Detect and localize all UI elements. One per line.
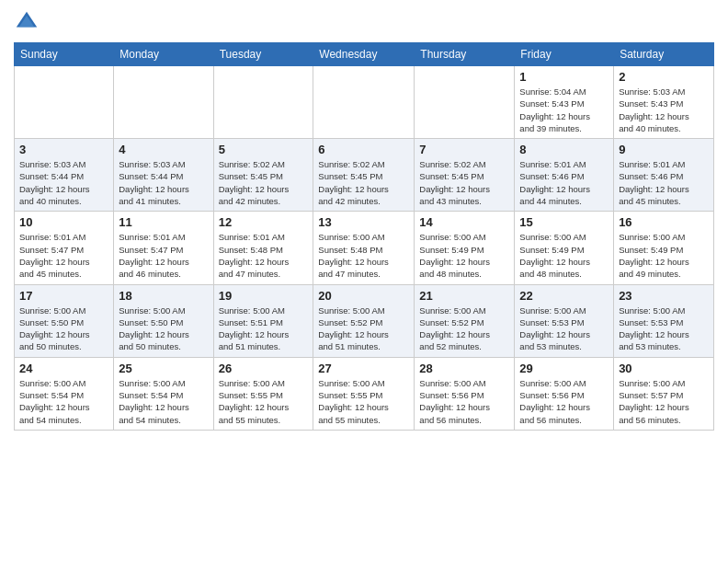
header: [14, 9, 714, 35]
day-number: 28: [419, 362, 509, 375]
day-number: 25: [119, 362, 208, 375]
calendar-cell: 4Sunrise: 5:03 AM Sunset: 5:44 PM Daylig…: [114, 139, 213, 212]
day-number: 2: [619, 70, 709, 84]
calendar-cell: [313, 66, 415, 139]
calendar-cell: 11Sunrise: 5:01 AM Sunset: 5:47 PM Dayli…: [114, 212, 213, 284]
calendar-week-row: 10Sunrise: 5:01 AM Sunset: 5:47 PM Dayli…: [15, 212, 714, 284]
calendar-cell: 25Sunrise: 5:00 AM Sunset: 5:54 PM Dayli…: [114, 357, 213, 430]
calendar-cell: [15, 66, 114, 139]
weekday-header: Monday: [114, 43, 213, 66]
calendar-cell: 12Sunrise: 5:01 AM Sunset: 5:48 PM Dayli…: [213, 212, 313, 284]
day-info: Sunrise: 5:01 AM Sunset: 5:47 PM Dayligh…: [19, 231, 108, 280]
calendar-cell: 9Sunrise: 5:01 AM Sunset: 5:46 PM Daylig…: [614, 139, 714, 212]
calendar-week-row: 1Sunrise: 5:04 AM Sunset: 5:43 PM Daylig…: [15, 66, 714, 139]
day-number: 5: [219, 143, 309, 156]
calendar-cell: [114, 66, 213, 139]
day-info: Sunrise: 5:00 AM Sunset: 5:51 PM Dayligh…: [219, 304, 309, 353]
calendar-cell: 13Sunrise: 5:00 AM Sunset: 5:48 PM Dayli…: [313, 212, 415, 284]
calendar-cell: 29Sunrise: 5:00 AM Sunset: 5:56 PM Dayli…: [515, 357, 614, 430]
calendar-cell: 15Sunrise: 5:00 AM Sunset: 5:49 PM Dayli…: [515, 212, 614, 284]
day-number: 27: [318, 362, 409, 375]
logo: [14, 9, 43, 35]
day-number: 14: [419, 215, 509, 229]
weekday-header: Tuesday: [213, 43, 313, 66]
day-info: Sunrise: 5:00 AM Sunset: 5:48 PM Dayligh…: [318, 231, 409, 280]
day-info: Sunrise: 5:03 AM Sunset: 5:44 PM Dayligh…: [19, 158, 108, 207]
day-number: 1: [519, 70, 609, 84]
day-info: Sunrise: 5:01 AM Sunset: 5:46 PM Dayligh…: [519, 158, 609, 207]
weekday-header-row: SundayMondayTuesdayWednesdayThursdayFrid…: [15, 43, 714, 66]
calendar-week-row: 17Sunrise: 5:00 AM Sunset: 5:50 PM Dayli…: [15, 284, 714, 357]
calendar-cell: 23Sunrise: 5:00 AM Sunset: 5:53 PM Dayli…: [614, 284, 714, 357]
calendar-cell: 24Sunrise: 5:00 AM Sunset: 5:54 PM Dayli…: [15, 357, 114, 430]
day-info: Sunrise: 5:00 AM Sunset: 5:53 PM Dayligh…: [519, 304, 609, 353]
day-info: Sunrise: 5:00 AM Sunset: 5:49 PM Dayligh…: [519, 231, 609, 280]
calendar-cell: 2Sunrise: 5:03 AM Sunset: 5:43 PM Daylig…: [614, 66, 714, 139]
calendar-week-row: 3Sunrise: 5:03 AM Sunset: 5:44 PM Daylig…: [15, 139, 714, 212]
day-number: 17: [19, 289, 108, 303]
calendar-cell: 14Sunrise: 5:00 AM Sunset: 5:49 PM Dayli…: [415, 212, 515, 284]
calendar-cell: 18Sunrise: 5:00 AM Sunset: 5:50 PM Dayli…: [114, 284, 213, 357]
day-number: 30: [619, 362, 709, 375]
day-info: Sunrise: 5:02 AM Sunset: 5:45 PM Dayligh…: [219, 158, 309, 207]
calendar-cell: 28Sunrise: 5:00 AM Sunset: 5:56 PM Dayli…: [415, 357, 515, 430]
day-info: Sunrise: 5:00 AM Sunset: 5:57 PM Dayligh…: [619, 377, 709, 426]
calendar-cell: [415, 66, 515, 139]
day-info: Sunrise: 5:02 AM Sunset: 5:45 PM Dayligh…: [419, 158, 509, 207]
weekday-header: Sunday: [15, 43, 114, 66]
day-number: 22: [519, 289, 609, 303]
calendar-cell: 22Sunrise: 5:00 AM Sunset: 5:53 PM Dayli…: [515, 284, 614, 357]
weekday-header: Saturday: [614, 43, 714, 66]
day-number: 12: [219, 215, 309, 229]
calendar-cell: 7Sunrise: 5:02 AM Sunset: 5:45 PM Daylig…: [415, 139, 515, 212]
calendar-cell: 30Sunrise: 5:00 AM Sunset: 5:57 PM Dayli…: [614, 357, 714, 430]
day-info: Sunrise: 5:00 AM Sunset: 5:54 PM Dayligh…: [19, 377, 108, 426]
day-info: Sunrise: 5:00 AM Sunset: 5:50 PM Dayligh…: [19, 304, 108, 353]
page: SundayMondayTuesdayWednesdayThursdayFrid…: [0, 0, 728, 563]
day-number: 23: [619, 289, 709, 303]
day-number: 26: [219, 362, 309, 375]
calendar-cell: 10Sunrise: 5:01 AM Sunset: 5:47 PM Dayli…: [15, 212, 114, 284]
calendar-cell: 16Sunrise: 5:00 AM Sunset: 5:49 PM Dayli…: [614, 212, 714, 284]
calendar-cell: [213, 66, 313, 139]
calendar-cell: 5Sunrise: 5:02 AM Sunset: 5:45 PM Daylig…: [213, 139, 313, 212]
calendar-cell: 1Sunrise: 5:04 AM Sunset: 5:43 PM Daylig…: [515, 66, 614, 139]
calendar-week-row: 24Sunrise: 5:00 AM Sunset: 5:54 PM Dayli…: [15, 357, 714, 430]
day-number: 20: [318, 289, 409, 303]
day-number: 16: [619, 215, 709, 229]
day-info: Sunrise: 5:00 AM Sunset: 5:49 PM Dayligh…: [619, 231, 709, 280]
weekday-header: Thursday: [415, 43, 515, 66]
day-info: Sunrise: 5:00 AM Sunset: 5:49 PM Dayligh…: [419, 231, 509, 280]
day-number: 15: [519, 215, 609, 229]
day-number: 11: [119, 215, 208, 229]
day-info: Sunrise: 5:00 AM Sunset: 5:54 PM Dayligh…: [119, 377, 208, 426]
day-info: Sunrise: 5:01 AM Sunset: 5:47 PM Dayligh…: [119, 231, 208, 280]
day-info: Sunrise: 5:00 AM Sunset: 5:53 PM Dayligh…: [619, 304, 709, 353]
day-info: Sunrise: 5:00 AM Sunset: 5:50 PM Dayligh…: [119, 304, 208, 353]
day-info: Sunrise: 5:00 AM Sunset: 5:55 PM Dayligh…: [318, 377, 409, 426]
calendar-cell: 6Sunrise: 5:02 AM Sunset: 5:45 PM Daylig…: [313, 139, 415, 212]
day-info: Sunrise: 5:00 AM Sunset: 5:56 PM Dayligh…: [419, 377, 509, 426]
day-number: 21: [419, 289, 509, 303]
weekday-header: Friday: [515, 43, 614, 66]
calendar-cell: 17Sunrise: 5:00 AM Sunset: 5:50 PM Dayli…: [15, 284, 114, 357]
calendar: SundayMondayTuesdayWednesdayThursdayFrid…: [14, 42, 714, 431]
calendar-cell: 21Sunrise: 5:00 AM Sunset: 5:52 PM Dayli…: [415, 284, 515, 357]
day-number: 24: [19, 362, 108, 375]
day-info: Sunrise: 5:00 AM Sunset: 5:56 PM Dayligh…: [519, 377, 609, 426]
day-info: Sunrise: 5:03 AM Sunset: 5:44 PM Dayligh…: [119, 158, 208, 207]
day-number: 7: [419, 143, 509, 156]
day-number: 19: [219, 289, 309, 303]
calendar-cell: 3Sunrise: 5:03 AM Sunset: 5:44 PM Daylig…: [15, 139, 114, 212]
logo-icon: [14, 9, 40, 35]
weekday-header: Wednesday: [313, 43, 415, 66]
calendar-cell: 19Sunrise: 5:00 AM Sunset: 5:51 PM Dayli…: [213, 284, 313, 357]
day-number: 4: [119, 143, 208, 156]
day-info: Sunrise: 5:02 AM Sunset: 5:45 PM Dayligh…: [318, 158, 409, 207]
day-info: Sunrise: 5:01 AM Sunset: 5:48 PM Dayligh…: [219, 231, 309, 280]
day-info: Sunrise: 5:00 AM Sunset: 5:55 PM Dayligh…: [219, 377, 309, 426]
calendar-cell: 27Sunrise: 5:00 AM Sunset: 5:55 PM Dayli…: [313, 357, 415, 430]
calendar-cell: 26Sunrise: 5:00 AM Sunset: 5:55 PM Dayli…: [213, 357, 313, 430]
day-info: Sunrise: 5:01 AM Sunset: 5:46 PM Dayligh…: [619, 158, 709, 207]
calendar-cell: 8Sunrise: 5:01 AM Sunset: 5:46 PM Daylig…: [515, 139, 614, 212]
